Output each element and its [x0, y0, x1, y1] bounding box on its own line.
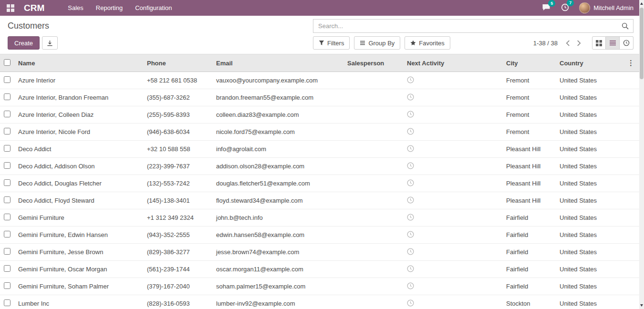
customer-row[interactable]: Azure Interior, Brandon Freeman (355)-68… — [0, 89, 639, 106]
customer-row[interactable]: Gemini Furniture, Edwin Hansen (943)-352… — [0, 227, 639, 244]
cell-next-activity[interactable] — [403, 227, 502, 244]
menu-reporting[interactable]: Reporting — [90, 0, 129, 16]
row-checkbox[interactable] — [4, 111, 10, 117]
cell-city[interactable]: Fairfield — [502, 244, 556, 261]
cell-next-activity[interactable] — [403, 106, 502, 124]
cell-email[interactable]: vauxoo@yourcompany.example.com — [212, 72, 343, 89]
cell-email[interactable]: info@agrolait.com — [212, 141, 343, 158]
search-button[interactable] — [620, 22, 633, 30]
cell-next-activity[interactable] — [403, 141, 502, 158]
cell-country[interactable]: United States — [556, 141, 606, 158]
row-checkbox[interactable] — [4, 299, 10, 306]
cell-city[interactable]: Pleasant Hill — [502, 158, 556, 175]
cell-city[interactable]: Fremont — [502, 124, 556, 141]
cell-city[interactable]: Pleasant Hill — [502, 175, 556, 192]
cell-country[interactable]: United States — [556, 106, 606, 124]
cell-salesperson[interactable] — [343, 261, 403, 278]
cell-email[interactable]: nicole.ford75@example.com — [212, 124, 343, 141]
row-checkbox[interactable] — [4, 196, 10, 203]
customer-row[interactable]: Lumber Inc (828)-316-0593 lumber-inv92@e… — [0, 295, 639, 309]
cell-next-activity[interactable] — [403, 124, 502, 141]
filters-button[interactable]: Filters — [313, 36, 350, 50]
cell-name[interactable]: Azure Interior — [14, 72, 143, 89]
activities-button[interactable]: 7 — [556, 1, 574, 15]
cell-email[interactable]: soham.palmer15@example.com — [212, 278, 343, 295]
cell-next-activity[interactable] — [403, 89, 502, 106]
export-button[interactable] — [42, 36, 58, 50]
customer-row[interactable]: Gemini Furniture, Soham Palmer (379)-167… — [0, 278, 639, 295]
vertical-scrollbar[interactable] — [639, 0, 644, 309]
cell-salesperson[interactable] — [343, 278, 403, 295]
cell-salesperson[interactable] — [343, 124, 403, 141]
cell-city[interactable]: Fremont — [502, 72, 556, 89]
row-checkbox[interactable] — [4, 162, 10, 169]
cell-email[interactable]: oscar.morgan11@example.com — [212, 261, 343, 278]
customer-row[interactable]: Deco Addict, Addison Olson (223)-399-763… — [0, 158, 639, 175]
cell-next-activity[interactable] — [403, 295, 502, 309]
cell-name[interactable]: Lumber Inc — [14, 295, 143, 309]
cell-salesperson[interactable] — [343, 141, 403, 158]
cell-name[interactable]: Deco Addict, Douglas Fletcher — [14, 175, 143, 192]
cell-name[interactable]: Gemini Furniture — [14, 209, 143, 227]
cell-country[interactable]: United States — [556, 124, 606, 141]
cell-phone[interactable]: (355)-687-3262 — [143, 89, 212, 106]
cell-email[interactable]: douglas.fletcher51@example.com — [212, 175, 343, 192]
column-header-city[interactable]: City — [502, 54, 556, 72]
user-menu[interactable]: Mitchell Admin — [574, 2, 634, 13]
pager-next-button[interactable] — [573, 39, 584, 47]
row-checkbox[interactable] — [4, 76, 10, 83]
cell-salesperson[interactable] — [343, 209, 403, 227]
cell-next-activity[interactable] — [403, 209, 502, 227]
cell-salesperson[interactable] — [343, 89, 403, 106]
cell-country[interactable]: United States — [556, 175, 606, 192]
pager-previous-button[interactable] — [562, 39, 573, 47]
customer-row[interactable]: Gemini Furniture +1 312 349 2324 john.b@… — [0, 209, 639, 227]
cell-email[interactable]: edwin.hansen58@example.com — [212, 227, 343, 244]
cell-email[interactable]: john.b@tech.info — [212, 209, 343, 227]
cell-city[interactable]: Fremont — [502, 106, 556, 124]
column-header-name[interactable]: Name — [14, 54, 143, 72]
cell-country[interactable]: United States — [556, 89, 606, 106]
row-checkbox[interactable] — [4, 248, 10, 255]
cell-name[interactable]: Azure Interior, Nicole Ford — [14, 124, 143, 141]
cell-salesperson[interactable] — [343, 158, 403, 175]
customer-row[interactable]: Gemini Furniture, Jesse Brown (829)-386-… — [0, 244, 639, 261]
row-checkbox[interactable] — [4, 128, 10, 134]
favorites-button[interactable]: Favorites — [405, 36, 450, 50]
pager-range[interactable]: 1-38 / 38 — [533, 40, 558, 47]
search-input[interactable] — [313, 22, 620, 30]
cell-country[interactable]: United States — [556, 72, 606, 89]
cell-city[interactable]: Fairfield — [502, 227, 556, 244]
cell-phone[interactable]: (561)-239-1744 — [143, 261, 212, 278]
row-checkbox[interactable] — [4, 93, 10, 100]
customer-row[interactable]: Azure Interior, Colleen Diaz (255)-595-8… — [0, 106, 639, 124]
customer-row[interactable]: Azure Interior, Nicole Ford (946)-638-60… — [0, 124, 639, 141]
cell-name[interactable]: Gemini Furniture, Jesse Brown — [14, 244, 143, 261]
cell-next-activity[interactable] — [403, 158, 502, 175]
cell-phone[interactable]: (943)-352-2555 — [143, 227, 212, 244]
cell-phone[interactable]: (379)-167-2040 — [143, 278, 212, 295]
cell-city[interactable]: Fairfield — [502, 278, 556, 295]
cell-name[interactable]: Deco Addict, Floyd Steward — [14, 192, 143, 209]
cell-city[interactable]: Fairfield — [502, 261, 556, 278]
app-title[interactable]: CRM — [24, 3, 44, 13]
cell-salesperson[interactable] — [343, 192, 403, 209]
group-by-button[interactable]: Group By — [354, 36, 400, 50]
optional-columns-toggle[interactable]: ⋮ — [624, 59, 637, 66]
scrollbar-thumb[interactable] — [640, 8, 644, 79]
customer-row[interactable]: Deco Addict, Douglas Fletcher (132)-553-… — [0, 175, 639, 192]
cell-phone[interactable]: (132)-553-7242 — [143, 175, 212, 192]
apps-menu-button[interactable] — [2, 0, 19, 16]
cell-email[interactable]: floyd.steward34@example.com — [212, 192, 343, 209]
row-checkbox[interactable] — [4, 179, 10, 186]
cell-email[interactable]: colleen.diaz83@example.com — [212, 106, 343, 124]
messages-button[interactable]: 5 — [537, 1, 556, 15]
cell-phone[interactable]: +58 212 681 0538 — [143, 72, 212, 89]
column-header-phone[interactable]: Phone — [143, 54, 212, 72]
cell-salesperson[interactable] — [343, 295, 403, 309]
activity-view-button[interactable] — [620, 36, 634, 50]
cell-country[interactable]: United States — [556, 158, 606, 175]
cell-country[interactable]: United States — [556, 192, 606, 209]
cell-next-activity[interactable] — [403, 278, 502, 295]
cell-salesperson[interactable] — [343, 244, 403, 261]
